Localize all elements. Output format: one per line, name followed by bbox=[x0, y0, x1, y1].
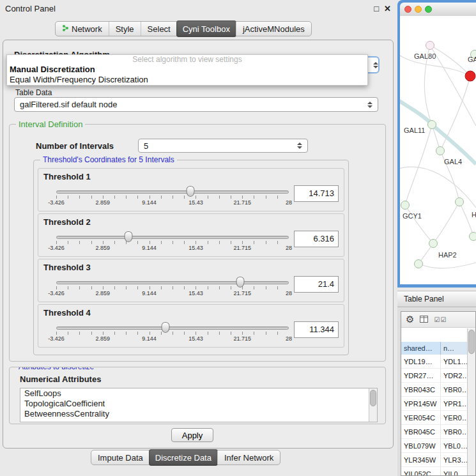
attributes-group-title: Attributes to discretize bbox=[16, 367, 96, 371]
zoom-traffic-icon[interactable] bbox=[425, 6, 432, 13]
network-node-label: HAP2 bbox=[438, 251, 457, 259]
network-node[interactable] bbox=[414, 259, 423, 268]
tab-style[interactable]: Style bbox=[109, 22, 141, 36]
network-node[interactable] bbox=[401, 201, 410, 210]
float-window-icon[interactable]: □ bbox=[374, 4, 379, 13]
scrollbar-thumb[interactable] bbox=[468, 330, 475, 354]
minimize-traffic-icon[interactable] bbox=[415, 6, 422, 13]
threshold-title: Threshold 2 bbox=[43, 217, 91, 227]
threshold-title: Threshold 1 bbox=[43, 172, 91, 181]
threshold-slider[interactable]: -3.4262.8599.14415.4321.71528 bbox=[56, 276, 289, 298]
table-cell: YIL0… bbox=[441, 467, 469, 476]
tick-label: 2.859 bbox=[96, 335, 111, 342]
table-cell: YBR043C bbox=[401, 383, 441, 396]
option-equal-width-frequency[interactable]: Equal Width/Frequency Discretization bbox=[7, 75, 367, 85]
slider-thumb[interactable] bbox=[187, 186, 195, 197]
tick-label: 21.715 bbox=[233, 199, 251, 206]
slider-thumb[interactable] bbox=[162, 322, 170, 333]
network-window-titlebar[interactable] bbox=[400, 3, 476, 16]
tab-label: Infer Network bbox=[224, 453, 273, 463]
close-traffic-icon[interactable] bbox=[404, 6, 411, 13]
attributes-scrollbar[interactable] bbox=[369, 388, 377, 422]
table-row[interactable]: YLR345WYLR3… bbox=[401, 453, 475, 467]
tab-discretize-data[interactable]: Discretize Data bbox=[149, 449, 218, 466]
panel-title: Control Panel bbox=[5, 4, 56, 13]
table-row[interactable]: YPR145WYPR1… bbox=[401, 397, 475, 411]
tick-label: 15.43 bbox=[188, 290, 203, 296]
table-scrollbar[interactable] bbox=[467, 328, 475, 475]
slider-tick-labels: -3.4262.8599.14415.4321.71528 bbox=[56, 290, 289, 297]
number-of-intervals-combo[interactable]: 5 bbox=[138, 139, 308, 153]
slider-track[interactable] bbox=[56, 236, 289, 239]
apply-button[interactable]: Apply bbox=[171, 428, 213, 442]
slider-thumb[interactable] bbox=[124, 231, 132, 242]
slider-track[interactable] bbox=[56, 281, 289, 284]
column-header-name[interactable]: n… bbox=[441, 342, 469, 355]
list-item[interactable]: SelfLoops bbox=[20, 388, 377, 399]
network-node[interactable] bbox=[427, 120, 436, 129]
threshold-slider[interactable]: -3.4262.8599.14415.4321.71528 bbox=[56, 185, 289, 207]
threshold-panel: Threshold 2 -3.4262.8599.14415.4321.7152… bbox=[38, 213, 344, 257]
tab-label: Cyni Toolbox bbox=[183, 24, 230, 34]
column-header-shared-name[interactable]: shared… bbox=[401, 342, 441, 355]
table-data-combo[interactable]: galFiltered.sif default node bbox=[14, 97, 378, 112]
gear-icon[interactable]: ⚙ bbox=[406, 314, 414, 325]
slider-ticks bbox=[56, 196, 289, 199]
tab-infer-network[interactable]: Infer Network bbox=[217, 450, 280, 464]
network-node[interactable] bbox=[455, 197, 464, 206]
threshold-value[interactable]: 14.713 bbox=[294, 185, 339, 202]
table-row[interactable]: YDL19…YDL1… bbox=[401, 355, 475, 369]
table-row[interactable]: YIL052CYIL0… bbox=[401, 467, 475, 476]
tab-cyni-toolbox[interactable]: Cyni Toolbox bbox=[176, 20, 236, 37]
threshold-value[interactable]: 6.316 bbox=[294, 231, 339, 247]
thresholds-group: Threshold's Coordinates for 5 Intervals … bbox=[33, 160, 349, 355]
table-cell: YDR2… bbox=[441, 369, 469, 382]
network-node[interactable] bbox=[426, 41, 434, 50]
list-item[interactable]: TopologicalCoefficient bbox=[20, 399, 377, 409]
close-window-icon[interactable]: ✕ bbox=[384, 4, 391, 13]
table-cell: YBR0… bbox=[441, 425, 469, 438]
tab-select[interactable]: Select bbox=[141, 22, 177, 36]
threshold-value[interactable]: 11.344 bbox=[294, 321, 339, 338]
table-row[interactable]: YDR27…YDR2… bbox=[401, 369, 475, 383]
table-panel-title: Table Panel bbox=[404, 295, 444, 303]
checkbox-icons[interactable]: ☑☑ bbox=[434, 316, 447, 323]
table-cell: YBL079W bbox=[401, 439, 441, 452]
combo-stepper-icon bbox=[367, 102, 372, 108]
list-item[interactable]: BetweennessCentrality bbox=[20, 409, 377, 419]
threshold-value[interactable]: 21.4 bbox=[294, 276, 339, 293]
tick-label: 28 bbox=[286, 290, 292, 296]
threshold-slider[interactable]: -3.4262.8599.14415.4321.71528 bbox=[56, 321, 289, 343]
table-row[interactable]: YBR045CYBR0… bbox=[401, 425, 475, 439]
slider-track[interactable] bbox=[56, 326, 289, 330]
tab-label: jActiveMNodules bbox=[243, 24, 305, 34]
scrollbar-thumb[interactable] bbox=[370, 390, 376, 406]
network-node[interactable] bbox=[465, 71, 476, 82]
network-canvas[interactable]: GAL80GAGAL11GAL4GCY1HHAP2 bbox=[400, 16, 476, 284]
table-row[interactable]: YBR043CYBR0… bbox=[401, 383, 475, 397]
slider-thumb[interactable] bbox=[236, 277, 244, 288]
table-cell: YBL0… bbox=[441, 439, 469, 452]
table-row[interactable]: YER054CYER0… bbox=[401, 411, 475, 425]
table-body: YDL19…YDL1…YDR27…YDR2…YBR043CYBR0…YPR145… bbox=[401, 355, 475, 476]
table-gap bbox=[401, 328, 475, 342]
slider-ticks bbox=[56, 332, 289, 335]
tick-label: 2.859 bbox=[96, 199, 111, 206]
tick-label: 21.715 bbox=[233, 335, 251, 342]
tab-jactivemnodules[interactable]: jActiveMNodules bbox=[236, 22, 311, 36]
table-toolbar: ⚙ ☑☑ bbox=[401, 312, 475, 328]
tab-network[interactable]: Network bbox=[56, 22, 109, 36]
algorithm-combo[interactable] bbox=[367, 56, 380, 73]
network-node[interactable] bbox=[469, 232, 476, 241]
threshold-slider[interactable]: -3.4262.8599.14415.4321.71528 bbox=[56, 231, 289, 252]
table-cell: YLR345W bbox=[401, 453, 441, 466]
tab-impute-data[interactable]: Impute Data bbox=[91, 450, 150, 464]
table-row[interactable]: YBL079WYBL0… bbox=[401, 439, 475, 453]
columns-icon[interactable] bbox=[420, 314, 428, 325]
option-manual-discretization[interactable]: Manual Discretization bbox=[7, 65, 367, 75]
network-node[interactable] bbox=[436, 146, 445, 155]
slider-tick-labels: -3.4262.8599.14415.4321.71528 bbox=[56, 335, 289, 342]
network-node[interactable] bbox=[429, 239, 438, 248]
slider-track[interactable] bbox=[56, 190, 289, 194]
table-panel-titlebar[interactable]: Table Panel bbox=[397, 291, 476, 307]
